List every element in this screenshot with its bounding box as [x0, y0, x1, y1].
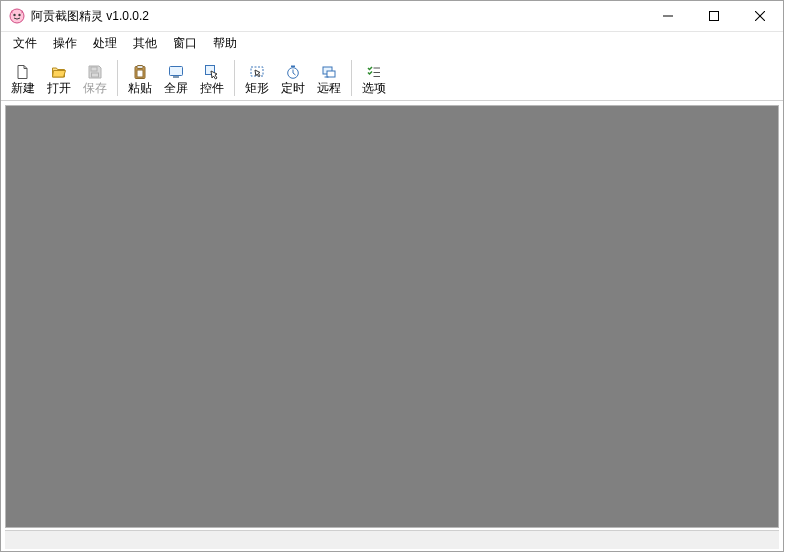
floppy-disk-icon: [87, 64, 103, 80]
remote-button[interactable]: 远程: [311, 56, 347, 100]
svg-rect-4: [710, 12, 719, 21]
rect-button[interactable]: 矩形: [239, 56, 275, 100]
toolbar-separator: [234, 60, 235, 96]
check-list-icon: [366, 64, 382, 80]
app-icon: [9, 8, 25, 24]
toolbar: 新建 打开 保存 粘贴 全屏: [1, 54, 783, 101]
clipboard-icon: [132, 64, 148, 80]
svg-rect-13: [173, 76, 179, 78]
tool-label: 保存: [83, 82, 107, 94]
menu-file[interactable]: 文件: [5, 33, 45, 54]
new-file-icon: [15, 64, 31, 80]
tool-label: 控件: [200, 82, 224, 94]
svg-rect-17: [291, 66, 295, 68]
canvas-area[interactable]: [5, 105, 779, 528]
svg-point-2: [18, 14, 20, 16]
screen-icon: [168, 64, 184, 80]
folder-open-icon: [51, 64, 67, 80]
minimize-button[interactable]: [645, 1, 691, 31]
svg-point-1: [13, 14, 15, 16]
titlebar: 阿贡截图精灵 v1.0.0.2: [1, 1, 783, 32]
menu-action[interactable]: 操作: [45, 33, 85, 54]
svg-rect-10: [137, 66, 143, 69]
tool-label: 远程: [317, 82, 341, 94]
fullscreen-button[interactable]: 全屏: [158, 56, 194, 100]
tool-label: 粘贴: [128, 82, 152, 94]
toolbar-separator: [117, 60, 118, 96]
workspace: [1, 101, 783, 551]
window-title: 阿贡截图精灵 v1.0.0.2: [31, 8, 645, 25]
menubar: 文件 操作 处理 其他 窗口 帮助: [1, 32, 783, 54]
options-button[interactable]: 选项: [356, 56, 392, 100]
maximize-button[interactable]: [691, 1, 737, 31]
statusbar: [5, 530, 779, 549]
menu-help[interactable]: 帮助: [205, 33, 245, 54]
svg-rect-12: [170, 67, 183, 76]
window-controls: [645, 1, 783, 31]
tool-label: 打开: [47, 82, 71, 94]
timer-icon: [285, 64, 301, 80]
menu-window[interactable]: 窗口: [165, 33, 205, 54]
svg-rect-8: [92, 73, 99, 77]
pointer-box-icon: [204, 64, 220, 80]
remote-icon: [321, 64, 337, 80]
open-button[interactable]: 打开: [41, 56, 77, 100]
close-button[interactable]: [737, 1, 783, 31]
menu-other[interactable]: 其他: [125, 33, 165, 54]
control-button[interactable]: 控件: [194, 56, 230, 100]
tool-label: 新建: [11, 82, 35, 94]
svg-rect-19: [327, 71, 335, 77]
rect-select-icon: [249, 64, 265, 80]
tool-label: 全屏: [164, 82, 188, 94]
paste-button[interactable]: 粘贴: [122, 56, 158, 100]
tool-label: 矩形: [245, 82, 269, 94]
svg-rect-7: [91, 67, 97, 71]
svg-rect-11: [137, 70, 143, 77]
tool-label: 定时: [281, 82, 305, 94]
new-button[interactable]: 新建: [5, 56, 41, 100]
toolbar-separator: [351, 60, 352, 96]
timer-button[interactable]: 定时: [275, 56, 311, 100]
app-window: 阿贡截图精灵 v1.0.0.2 文件 操作 处理 其他 窗口 帮助: [0, 0, 784, 552]
menu-process[interactable]: 处理: [85, 33, 125, 54]
tool-label: 选项: [362, 82, 386, 94]
save-button: 保存: [77, 56, 113, 100]
